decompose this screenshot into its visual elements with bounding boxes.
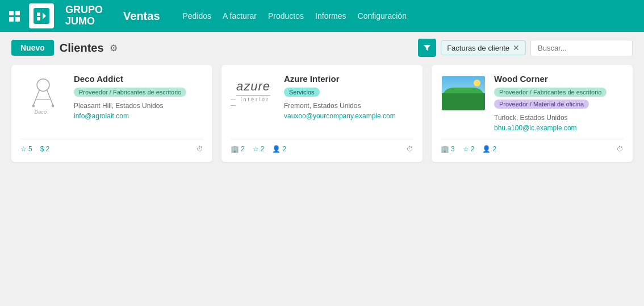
card-address: Pleasant Hill, Estados Unidos	[74, 101, 203, 111]
page-header-left: Nuevo Clientes ⚙	[11, 40, 118, 56]
building-icon: 🏢	[441, 145, 449, 153]
card-info-deco: Deco Addict Proveedor / Fabricantes de e…	[74, 74, 203, 132]
wood-corner-image	[442, 76, 485, 110]
stat-value: 5	[28, 145, 32, 153]
brand-name: GRUPO JUMO	[65, 5, 103, 27]
user-icon: 👤	[482, 145, 491, 153]
card-footer-wood: 🏢 3 ☆ 2 👤 2 ⏱	[441, 139, 624, 153]
user-icon: 👤	[272, 145, 281, 153]
main-content: Nuevo Clientes ⚙ Facturas de cliente ✕	[0, 32, 644, 306]
stat-users[interactable]: 👤 2	[482, 145, 496, 153]
azure-logo-sub: — interior —	[231, 97, 276, 108]
page-title: Clientes	[60, 42, 104, 55]
stat-value: 2	[261, 145, 265, 153]
card-body: Deco Addict Deco Addict Proveedor / Fabr…	[20, 74, 203, 132]
svg-line-3	[47, 89, 53, 105]
filter-bar: Facturas de cliente ✕	[418, 39, 633, 57]
app-title: Ventas	[123, 10, 160, 23]
card-azure-interior[interactable]: azure — interior — Azure Interior Servic…	[221, 65, 423, 162]
stat-value: 2	[471, 145, 475, 153]
card-body: azure — interior — Azure Interior Servic…	[231, 74, 413, 132]
card-footer-deco: ☆ 5 $ 2 ⏱	[20, 139, 203, 153]
svg-rect-0	[34, 8, 49, 24]
card-avatar-wood	[441, 74, 486, 132]
stat-value: 2	[241, 145, 245, 153]
stat-stars[interactable]: ☆ 5	[20, 145, 32, 153]
card-address: Fremont, Estados Unidos	[284, 101, 413, 111]
dollar-icon: $	[40, 145, 44, 153]
stat-value: 2	[282, 145, 286, 153]
card-wood-corner[interactable]: Wood Corner Proveedor / Fabricantes de e…	[432, 65, 633, 162]
timer-icon[interactable]: ⏱	[196, 145, 203, 153]
card-name: Wood Corner	[494, 74, 624, 84]
stat-buildings[interactable]: 🏢 3	[441, 145, 455, 153]
top-navigation: GRUPO JUMO Ventas Pedidos A facturar Pro…	[0, 0, 644, 32]
svg-text:Addict: Addict	[34, 115, 47, 116]
stat-money[interactable]: $ 2	[40, 145, 49, 153]
search-input[interactable]	[530, 40, 633, 56]
card-email[interactable]: bhu.a100@ic.example.com	[494, 124, 624, 132]
card-badge-1: Proveedor / Material de oficina	[494, 100, 589, 109]
stat-value: 3	[451, 145, 455, 153]
card-name: Deco Addict	[74, 74, 203, 84]
svg-text:Deco: Deco	[34, 109, 47, 115]
star-icon: ☆	[463, 145, 469, 153]
stat-stars[interactable]: ☆ 2	[463, 145, 475, 153]
filter-tag-close[interactable]: ✕	[513, 43, 520, 52]
card-info-azure: Azure Interior Servicios Fremont, Estado…	[284, 74, 413, 132]
azure-logo-text: azure	[236, 79, 270, 94]
card-deco-addict[interactable]: Deco Addict Deco Addict Proveedor / Fabr…	[11, 65, 212, 162]
star-icon: ☆	[253, 145, 259, 153]
timer-icon[interactable]: ⏱	[407, 145, 413, 153]
filter-tag-label: Facturas de cliente	[447, 44, 509, 52]
brand-logo	[29, 3, 54, 28]
stat-value: 2	[45, 145, 49, 153]
nav-links: Pedidos A facturar Productos Informes Co…	[183, 11, 407, 20]
card-body: Wood Corner Proveedor / Fabricantes de e…	[441, 74, 624, 132]
card-address: Turlock, Estados Unidos	[494, 113, 624, 123]
svg-point-5	[32, 105, 35, 107]
filter-button[interactable]	[418, 39, 436, 57]
nav-configuracion[interactable]: Configuración	[358, 11, 407, 20]
card-avatar-deco: Deco Addict	[20, 74, 66, 132]
card-avatar-azure: azure — interior —	[231, 74, 276, 132]
apps-menu-button[interactable]	[9, 11, 20, 22]
stat-value: 2	[492, 145, 496, 153]
settings-icon[interactable]: ⚙	[110, 43, 118, 53]
nav-pedidos[interactable]: Pedidos	[183, 11, 212, 20]
cards-grid: Deco Addict Deco Addict Proveedor / Fabr…	[11, 65, 633, 162]
stat-stars[interactable]: ☆ 2	[253, 145, 265, 153]
building-icon: 🏢	[231, 145, 239, 153]
card-badge-0: Proveedor / Fabricantes de escritorio	[494, 88, 607, 97]
svg-line-2	[34, 89, 40, 105]
card-name: Azure Interior	[284, 74, 413, 84]
card-info-wood: Wood Corner Proveedor / Fabricantes de e…	[494, 74, 624, 132]
nav-productos[interactable]: Productos	[268, 11, 304, 20]
card-footer-azure: 🏢 2 ☆ 2 👤 2 ⏱	[231, 139, 413, 153]
card-badge-0: Proveedor / Fabricantes de escritorio	[74, 88, 186, 97]
card-email[interactable]: vauxoo@yourcompany.example.com	[284, 112, 413, 120]
nuevo-button[interactable]: Nuevo	[11, 40, 54, 56]
card-email[interactable]: info@agrolait.com	[74, 112, 203, 120]
timer-icon[interactable]: ⏱	[617, 145, 624, 153]
svg-point-1	[37, 79, 49, 92]
star-icon: ☆	[20, 145, 27, 153]
page-header: Nuevo Clientes ⚙ Facturas de cliente ✕	[11, 39, 633, 57]
filter-tag-facturas: Facturas de cliente ✕	[441, 40, 526, 55]
stat-buildings[interactable]: 🏢 2	[231, 145, 245, 153]
nav-a-facturar[interactable]: A facturar	[223, 11, 257, 20]
stat-users[interactable]: 👤 2	[272, 145, 286, 153]
nav-informes[interactable]: Informes	[315, 11, 346, 20]
card-badge-0: Servicios	[284, 88, 320, 97]
svg-point-6	[52, 105, 55, 107]
